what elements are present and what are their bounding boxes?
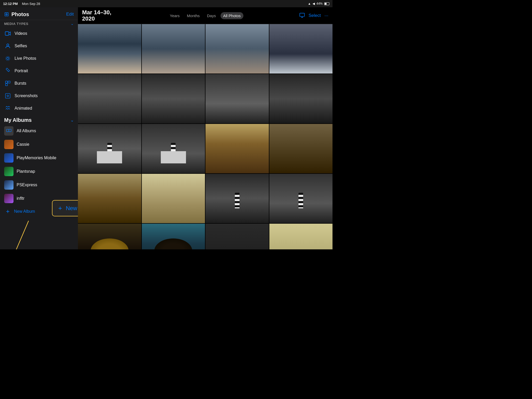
all-albums-thumb <box>4 126 14 136</box>
photo-cell-14[interactable] <box>142 174 205 223</box>
my-albums-chevron[interactable]: ⌄ <box>70 118 74 123</box>
sidebar-item-videos-label: Videos <box>15 31 27 36</box>
sidebar-item-cassie[interactable]: Cassie <box>0 138 78 151</box>
sidebar-toggle-icon[interactable]: ⊞ <box>4 11 9 18</box>
photo-cell-4[interactable] <box>269 24 333 74</box>
playmem-thumb <box>4 153 14 163</box>
status-date: Mon Sep 28 <box>22 2 40 6</box>
sidebar-item-live-photos-label: Live Photos <box>15 56 36 61</box>
select-button[interactable]: Select <box>309 13 321 18</box>
photo-grid <box>78 24 332 249</box>
svg-point-1 <box>7 44 9 46</box>
portrait-icon <box>4 67 11 75</box>
photo-cell-5[interactable] <box>78 74 141 123</box>
photo-cell-9[interactable] <box>78 124 141 173</box>
more-button[interactable]: ··· <box>324 13 328 18</box>
new-album-bottom-label: New Album <box>14 209 35 214</box>
sidebar-item-live-photos[interactable]: Live Photos <box>0 52 78 65</box>
wifi-icon: ▲ <box>308 2 311 5</box>
photo-cell-18[interactable] <box>142 224 205 249</box>
nav-days[interactable]: Days <box>204 12 218 19</box>
photo-cell-11[interactable] <box>205 124 269 173</box>
battery-indicator: 44% <box>316 2 323 5</box>
screenshots-icon <box>4 92 11 99</box>
svg-point-8 <box>7 95 9 97</box>
sidebar-item-portrait-label: Portrait <box>15 69 28 73</box>
popup-label: New Album <box>66 205 78 212</box>
photo-cell-12[interactable] <box>269 124 333 173</box>
photo-cell-2[interactable] <box>142 24 205 74</box>
sidebar-item-animated[interactable]: Animated <box>0 102 78 115</box>
sidebar-item-bursts[interactable]: Bursts <box>0 77 78 90</box>
photo-cell-15[interactable] <box>205 174 269 223</box>
my-albums-section: My Albums ⌄ <box>0 115 78 124</box>
header-nav: Years Months Days All Photos <box>167 12 243 19</box>
sidebar-item-playmem[interactable]: PlayMemories Mobile <box>0 151 78 165</box>
nav-months[interactable]: Months <box>184 12 202 19</box>
sidebar-item-psexpress[interactable]: PSExpress <box>0 178 78 192</box>
nav-all-photos[interactable]: All Photos <box>221 12 243 19</box>
plantsnap-thumb <box>4 167 14 176</box>
status-time: 12:12 PM <box>3 2 18 6</box>
nav-years[interactable]: Years <box>167 12 182 19</box>
photo-cell-20[interactable] <box>269 224 333 249</box>
my-albums-title: My Albums <box>4 117 32 123</box>
popup-plus-icon: + <box>58 204 62 212</box>
svg-rect-0 <box>5 32 9 35</box>
media-types-label: Media Types <box>4 22 28 26</box>
photo-cell-3[interactable] <box>205 24 269 74</box>
cassie-thumb <box>4 140 14 149</box>
photo-cell-10[interactable] <box>142 124 205 173</box>
sidebar-item-screenshots[interactable]: Screenshots <box>0 90 78 102</box>
photo-cell-7[interactable] <box>205 74 269 123</box>
main-layout: ⊞ Photos Edit Media Types ⌄ Videos <box>0 7 332 249</box>
media-types-header: Media Types ⌄ <box>0 20 78 27</box>
svg-rect-9 <box>6 129 9 132</box>
header-right: Select ··· <box>299 12 328 19</box>
infltr-thumb <box>4 194 14 203</box>
content-header: Mar 14–30, 2020 Years Months Days All Ph… <box>78 7 332 24</box>
playmem-label: PlayMemories Mobile <box>17 156 56 160</box>
sidebar-item-portrait[interactable]: Portrait <box>0 65 78 77</box>
svg-line-11 <box>13 221 29 249</box>
plantsnap-label: Plantsnap <box>17 169 35 174</box>
photo-cell-19[interactable] <box>205 224 269 249</box>
sidebar-title: Photos <box>11 11 29 17</box>
photo-cell-8[interactable] <box>269 74 333 123</box>
sidebar-item-bursts-label: Bursts <box>15 81 26 86</box>
svg-rect-6 <box>5 84 8 86</box>
new-album-annotation-container: + New Album + New Album <box>0 205 78 218</box>
photo-cell-16[interactable] <box>269 174 333 223</box>
infltr-label: infltr <box>17 196 24 201</box>
status-bar: 12:12 PM Mon Sep 28 ▲ ◀ 44% <box>0 0 332 7</box>
screen-mirroring-icon[interactable] <box>299 12 305 19</box>
new-album-plus-icon: + <box>4 208 11 215</box>
svg-rect-13 <box>300 13 304 16</box>
photo-cell-17[interactable] <box>78 224 141 249</box>
photo-cell-1[interactable] <box>78 24 141 74</box>
animated-icon <box>4 105 11 112</box>
sidebar: ⊞ Photos Edit Media Types ⌄ Videos <box>0 7 78 249</box>
sidebar-item-all-albums[interactable]: All Albums <box>0 124 78 138</box>
sidebar-edit-button[interactable]: Edit <box>66 12 74 17</box>
signal-icon: ◀ <box>312 2 315 5</box>
sidebar-item-selfies-label: Selfies <box>15 44 27 48</box>
sidebar-item-videos[interactable]: Videos <box>0 27 78 40</box>
battery-icon <box>324 2 329 5</box>
svg-point-3 <box>6 56 10 61</box>
photo-cell-13[interactable] <box>78 174 141 223</box>
media-types-chevron: ⌄ <box>71 22 74 26</box>
video-icon <box>4 30 11 37</box>
cassie-label: Cassie <box>17 142 29 147</box>
svg-rect-10 <box>9 129 11 132</box>
sidebar-item-selfies[interactable]: Selfies <box>0 40 78 52</box>
bursts-icon <box>4 80 11 87</box>
sidebar-item-plantsnap[interactable]: Plantsnap <box>0 165 78 178</box>
annotation-arrow <box>0 213 75 249</box>
psexpress-thumb <box>4 180 14 190</box>
content-area: Mar 14–30, 2020 Years Months Days All Ph… <box>78 7 332 249</box>
sidebar-item-screenshots-label: Screenshots <box>15 94 38 98</box>
photo-cell-6[interactable] <box>142 74 205 123</box>
status-icons: ▲ ◀ 44% <box>308 2 329 5</box>
sidebar-header: ⊞ Photos Edit <box>0 7 78 20</box>
